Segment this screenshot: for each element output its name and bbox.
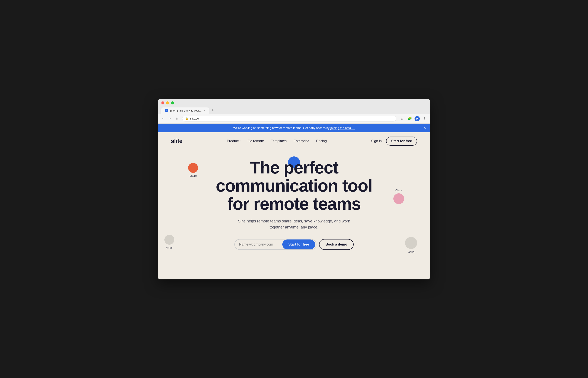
minimize-button[interactable] [166, 101, 169, 104]
back-button[interactable]: ← [160, 116, 166, 121]
nav-pricing[interactable]: Pricing [316, 139, 327, 143]
tab-close-icon[interactable]: × [204, 109, 205, 112]
banner-text: We're working on something new for remot… [233, 126, 355, 130]
tab-favicon: S [165, 109, 168, 112]
email-input-wrapper: Start for free [234, 239, 316, 250]
hero-subtitle: Slite helps remote teams share ideas, sa… [233, 218, 355, 231]
chris-label: Chris [408, 250, 414, 254]
banner-close-button[interactable]: × [424, 126, 426, 130]
address-bar-row: ← → ↻ 🔒 slite.com ☆ 🧩 M ⋮ [158, 114, 430, 124]
chevron-down-icon: ▾ [240, 140, 241, 142]
site-nav: slite Product▾ Go remote Templates Enter… [158, 132, 430, 150]
sign-in-button[interactable]: Sign in [371, 139, 382, 143]
reload-button[interactable]: ↻ [174, 116, 180, 121]
nav-go-remote[interactable]: Go remote [247, 139, 264, 143]
extensions-icon[interactable]: 🧩 [407, 116, 413, 122]
site-logo[interactable]: slite [171, 138, 183, 145]
hero-title: The perfect communication tool for remot… [171, 159, 417, 213]
browser-actions: ☆ 🧩 M ⋮ [399, 116, 428, 122]
book-demo-button[interactable]: Book a demo [319, 239, 354, 250]
nav-links: Product▾ Go remote Templates Enterprise … [227, 139, 327, 143]
announcement-banner: We're working on something new for remot… [158, 124, 430, 132]
active-tab[interactable]: S Slite - Bring clarity to your tea... × [161, 108, 209, 114]
site-content: We're working on something new for remot… [158, 124, 430, 279]
hero-section: Laure Clara Amar Chris The perfect commu… [158, 150, 430, 279]
url-text: slite.com [190, 117, 201, 120]
tab-title: Slite - Bring clarity to your tea... [170, 109, 202, 112]
banner-link[interactable]: joining the beta → [330, 126, 355, 130]
close-button[interactable] [161, 101, 164, 104]
start-free-hero-button[interactable]: Start for free [282, 240, 315, 249]
user-avatar[interactable]: M [415, 116, 420, 121]
browser-chrome: S Slite - Bring clarity to your tea... ×… [158, 99, 430, 114]
nav-enterprise[interactable]: Enterprise [294, 139, 309, 143]
nav-buttons: ← → ↻ [160, 116, 180, 121]
start-free-nav-button[interactable]: Start for free [386, 136, 417, 146]
lock-icon: 🔒 [185, 117, 188, 120]
fullscreen-button[interactable] [171, 101, 174, 104]
hero-cta: Start for free Book a demo [171, 239, 417, 250]
new-tab-button[interactable]: + [209, 107, 216, 114]
nav-product[interactable]: Product▾ [227, 139, 241, 143]
nav-templates[interactable]: Templates [271, 139, 287, 143]
traffic-lights [161, 101, 427, 104]
menu-icon[interactable]: ⋮ [421, 116, 428, 122]
forward-button[interactable]: → [167, 116, 172, 121]
nav-actions: Sign in Start for free [371, 136, 417, 146]
tab-bar: S Slite - Bring clarity to your tea... ×… [161, 107, 427, 114]
bookmark-icon[interactable]: ☆ [399, 116, 405, 122]
email-input[interactable] [239, 240, 282, 249]
browser-window: S Slite - Bring clarity to your tea... ×… [158, 99, 430, 279]
address-bar[interactable]: 🔒 slite.com [182, 116, 396, 122]
